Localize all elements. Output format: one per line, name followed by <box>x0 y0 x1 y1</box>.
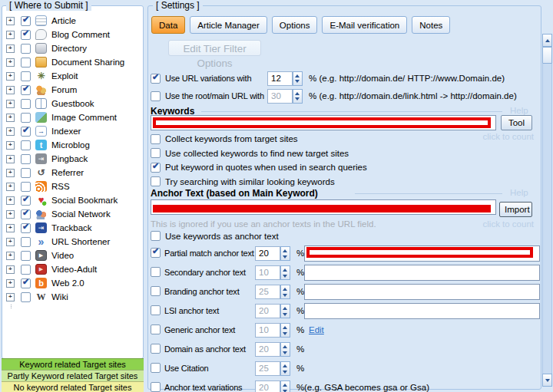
tab-e-mail-verification[interactable]: E-Mail verification <box>322 16 407 34</box>
spin-down-icon[interactable] <box>281 388 290 392</box>
checkbox-microblog[interactable] <box>21 140 31 150</box>
tree-item-video-adult[interactable]: +▶Video-Adult <box>4 262 141 276</box>
checkbox-trackback[interactable] <box>21 223 31 233</box>
spin-down-icon[interactable] <box>281 273 290 280</box>
spin-down-icon[interactable] <box>281 292 290 299</box>
spin-down-icon[interactable] <box>281 311 290 318</box>
use-keywords-as-anchor-row[interactable]: Use keywords as anchor text <box>151 231 279 241</box>
scrollbar-track[interactable] <box>542 34 552 387</box>
expand-toggle-icon[interactable]: + <box>6 31 15 39</box>
checkbox-put-keyword-in-quotes-when-used-in-search-queries[interactable] <box>151 163 161 173</box>
spinner-buttons[interactable] <box>293 89 303 104</box>
option-try-searching-with-similar-looking-keywords[interactable]: Try searching with similar looking keywo… <box>151 175 367 189</box>
tree-item-rss[interactable]: +RSS <box>4 180 141 193</box>
spin-up-icon[interactable] <box>281 381 290 388</box>
checkbox-use-the-root-main-url-with[interactable] <box>151 91 161 101</box>
spin-up-icon[interactable] <box>281 285 290 292</box>
expand-toggle-icon[interactable]: + <box>6 86 15 94</box>
tree-item-indexer[interactable]: +→Indexer <box>4 124 141 138</box>
expand-toggle-icon[interactable]: + <box>6 196 15 205</box>
input-lsi-anchor-text[interactable] <box>304 303 540 319</box>
checkbox-collect-keywords-from-target-sites[interactable] <box>151 134 161 144</box>
tab-data[interactable]: Data <box>151 16 185 34</box>
tree-item-forum[interactable]: +Forum <box>4 83 141 97</box>
tree-item-web-2-0[interactable]: +bWeb 2.0 <box>4 276 141 290</box>
checkbox-partial-match-anchor-text[interactable] <box>151 248 161 258</box>
checkbox-image-comment[interactable] <box>21 113 31 123</box>
scrollbar-up-button[interactable] <box>542 34 552 47</box>
checkbox-generic-anchor-text[interactable] <box>151 324 161 334</box>
spin-up-icon[interactable] <box>293 90 302 97</box>
tab-article-manager[interactable]: Article Manager <box>190 16 267 34</box>
spinner-value-secondary-anchor-text[interactable]: 10 <box>255 265 280 280</box>
spinner-buttons[interactable] <box>280 342 290 357</box>
keywords-click-to-count[interactable]: click to count <box>449 132 534 141</box>
tree-item-url-shortener[interactable]: +»URL Shortener <box>4 235 141 249</box>
spinner-value-use-citation[interactable]: 25 <box>255 361 280 376</box>
expand-toggle-icon[interactable]: + <box>6 210 15 219</box>
checkbox-directory[interactable] <box>21 44 31 54</box>
scrollbar-down-button[interactable] <box>542 374 552 387</box>
checkbox-video-adult[interactable] <box>21 265 31 275</box>
option-collect-keywords-from-target-sites[interactable]: Collect keywords from target sites <box>151 132 367 147</box>
checkbox-try-searching-with-similar-looking-keywords[interactable] <box>151 176 161 186</box>
spin-down-icon[interactable] <box>281 369 290 376</box>
anchor-click-to-count[interactable]: click to count <box>449 219 534 229</box>
expand-toggle-icon[interactable]: + <box>6 17 15 25</box>
tab-options[interactable]: Options <box>272 16 318 34</box>
checkbox-social-bookmark[interactable] <box>21 196 31 206</box>
scrollbar-thumb[interactable] <box>542 47 552 64</box>
option-use-collected-keywords-to-find-new-target-sites[interactable]: Use collected keywords to find new targe… <box>151 147 367 161</box>
spinner-buttons[interactable] <box>280 380 290 392</box>
checkbox-video[interactable] <box>21 251 31 261</box>
keywords-tool-button[interactable]: Tool <box>501 115 532 130</box>
anchor-text-input[interactable] <box>151 199 496 215</box>
tree-item-wiki[interactable]: +WWiki <box>4 290 141 304</box>
edit-link[interactable]: Edit <box>309 325 324 334</box>
checkbox-blog-comment[interactable] <box>21 30 31 40</box>
spin-down-icon[interactable] <box>281 350 290 357</box>
tree-item-video[interactable]: +▶Video <box>4 249 141 262</box>
expand-toggle-icon[interactable]: + <box>6 183 15 191</box>
tree-item-social-network[interactable]: +Social Network <box>4 207 141 221</box>
spinner-buttons[interactable] <box>280 246 290 261</box>
checkbox-pingback[interactable] <box>21 154 31 164</box>
checkbox-web-2-0[interactable] <box>21 278 31 288</box>
checkbox-domain-as-anchor-text[interactable] <box>151 344 161 354</box>
expand-toggle-icon[interactable]: + <box>6 252 15 260</box>
tree-item-exploit[interactable]: +✳Exploit <box>4 69 141 83</box>
input-partial-match-anchor-text[interactable] <box>304 245 540 262</box>
checkbox-use-citation[interactable] <box>151 363 161 373</box>
spinner-buttons[interactable] <box>280 285 290 299</box>
spin-down-icon[interactable] <box>281 331 290 338</box>
anchor-import-button[interactable]: Import <box>499 202 532 217</box>
keywords-input[interactable] <box>151 115 496 130</box>
tree-item-blog-comment[interactable]: +Blog Comment <box>4 28 141 41</box>
checkbox-secondary-anchor-text[interactable] <box>151 267 161 277</box>
expand-toggle-icon[interactable]: + <box>6 224 15 232</box>
checkbox-url-shortener[interactable] <box>21 237 31 247</box>
expand-toggle-icon[interactable]: + <box>6 155 15 163</box>
spinner-value-generic-anchor-text[interactable]: 10 <box>255 323 280 338</box>
spinner-value-use-the-root-main-url-with[interactable]: 30 <box>267 89 293 104</box>
expand-toggle-icon[interactable]: + <box>6 114 15 122</box>
checkbox-indexer[interactable] <box>21 127 31 137</box>
spin-down-icon[interactable] <box>293 96 302 103</box>
spin-up-icon[interactable] <box>281 247 290 254</box>
expand-toggle-icon[interactable]: + <box>6 44 15 53</box>
checkbox-branding-anchor-text[interactable] <box>151 286 161 296</box>
expand-toggle-icon[interactable]: + <box>6 265 15 274</box>
checkbox-rss[interactable] <box>21 182 31 192</box>
spin-up-icon[interactable] <box>281 324 290 331</box>
expand-toggle-icon[interactable]: + <box>6 72 15 81</box>
expand-toggle-icon[interactable]: + <box>6 58 15 67</box>
spinner-value-domain-as-anchor-text[interactable]: 20 <box>255 342 280 357</box>
checkbox-forum[interactable] <box>21 85 31 95</box>
tree-item-guestbook[interactable]: +Guestbook <box>4 97 141 110</box>
checkbox-guestbook[interactable] <box>21 99 31 109</box>
keywords-help-link[interactable]: Help <box>510 106 528 115</box>
use-keywords-as-anchor-checkbox[interactable] <box>151 231 161 241</box>
checkbox-referrer[interactable] <box>21 168 31 178</box>
spin-up-icon[interactable] <box>281 266 290 273</box>
spin-up-icon[interactable] <box>293 72 302 79</box>
